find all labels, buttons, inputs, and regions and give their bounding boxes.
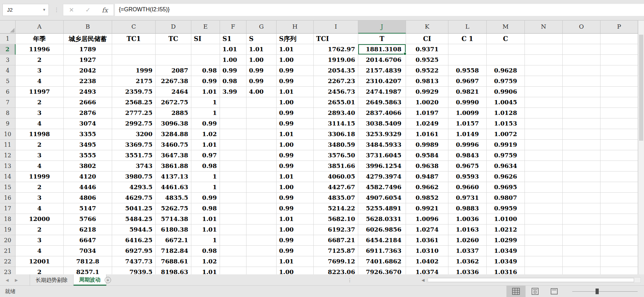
cell-L15[interactable]: 0.9660: [448, 182, 487, 193]
cell-L1[interactable]: C 1: [448, 34, 487, 44]
column-header-B[interactable]: B: [64, 21, 112, 34]
sheet-tab-2[interactable]: 周期波动: [74, 274, 106, 286]
cell-G22[interactable]: [246, 256, 277, 267]
column-header-P[interactable]: P: [601, 21, 638, 34]
cell-N17[interactable]: [525, 203, 563, 214]
cell-M16[interactable]: 0.9807: [487, 193, 525, 203]
cell-G3[interactable]: 1.00: [246, 55, 277, 65]
cell-B1[interactable]: 城乡居民储蓄: [64, 34, 112, 44]
cell-M22[interactable]: 1.0349: [487, 256, 525, 267]
cell-G9[interactable]: [246, 118, 277, 129]
cell-N21[interactable]: [525, 246, 563, 256]
cell-B21[interactable]: 7034: [64, 246, 112, 256]
cell-J15[interactable]: 4582.7496: [358, 182, 406, 193]
row-header-17[interactable]: 17: [0, 203, 16, 214]
cell-J8[interactable]: 2837.4066: [358, 108, 406, 118]
cell-A12[interactable]: 3: [16, 150, 64, 161]
cell-B15[interactable]: 4446: [64, 182, 112, 193]
cell-C4[interactable]: 1999: [112, 65, 156, 76]
cell-O14[interactable]: [563, 171, 601, 182]
cell-F21[interactable]: [220, 246, 246, 256]
cell-H15[interactable]: 1.00: [277, 182, 314, 193]
cell-O15[interactable]: [563, 182, 601, 193]
cell-J10[interactable]: 3253.9329: [358, 129, 406, 140]
cell-B11[interactable]: 3495: [64, 140, 112, 150]
cell-A21[interactable]: 4: [16, 246, 64, 256]
cell-D22[interactable]: 7688.61: [156, 256, 191, 267]
cell-E23[interactable]: 1.01: [191, 267, 220, 274]
cell-C2[interactable]: [112, 44, 156, 55]
enter-icon[interactable]: ✓: [86, 6, 91, 14]
cell-O23[interactable]: [563, 267, 601, 274]
cell-A7[interactable]: 2: [16, 97, 64, 108]
cell-N6[interactable]: [525, 87, 563, 97]
cell-K2[interactable]: 0.9371: [406, 44, 448, 55]
cell-O21[interactable]: [563, 246, 601, 256]
cell-K13[interactable]: 0.9638: [406, 161, 448, 171]
cell-E19[interactable]: 1.01: [191, 225, 220, 235]
cell-H13[interactable]: 0.99: [277, 161, 314, 171]
cell-I15[interactable]: 4427.67: [314, 182, 358, 193]
cell-C23[interactable]: 7939.5: [112, 267, 156, 274]
cell-E11[interactable]: 1.01: [191, 140, 220, 150]
cell-K16[interactable]: 0.9852: [406, 193, 448, 203]
cell-E21[interactable]: 0.98: [191, 246, 220, 256]
cell-J5[interactable]: 2310.4207: [358, 76, 406, 87]
cell-E5[interactable]: 0.99: [191, 76, 220, 87]
insert-function-icon[interactable]: fx: [102, 6, 108, 14]
cell-N4[interactable]: [525, 65, 563, 76]
cell-I9[interactable]: 3114.15: [314, 118, 358, 129]
cell-A19[interactable]: 2: [16, 225, 64, 235]
cell-A20[interactable]: 3: [16, 235, 64, 246]
cell-C16[interactable]: 4629.75: [112, 193, 156, 203]
cell-L20[interactable]: 1.0260: [448, 235, 487, 246]
cell-G1[interactable]: S: [246, 34, 277, 44]
cell-K8[interactable]: 1.0197: [406, 108, 448, 118]
cell-J23[interactable]: 7926.3670: [358, 267, 406, 274]
cell-E20[interactable]: 1: [191, 235, 220, 246]
cell-G8[interactable]: [246, 108, 277, 118]
cell-F13[interactable]: [220, 161, 246, 171]
cell-P1[interactable]: [601, 34, 638, 44]
cell-H1[interactable]: S序列: [277, 34, 314, 44]
name-box[interactable]: J2 ▼: [2, 4, 49, 16]
cell-D11[interactable]: 3460.75: [156, 140, 191, 150]
cell-F15[interactable]: [220, 182, 246, 193]
cell-J22[interactable]: 7401.6862: [358, 256, 406, 267]
cell-C11[interactable]: 3369.75: [112, 140, 156, 150]
cell-C13[interactable]: 3743: [112, 161, 156, 171]
cell-I14[interactable]: 4060.05: [314, 171, 358, 182]
cell-H19[interactable]: 1.00: [277, 225, 314, 235]
cell-C3[interactable]: [112, 55, 156, 65]
cell-G6[interactable]: 4.00: [246, 87, 277, 97]
cell-D16[interactable]: 4835.5: [156, 193, 191, 203]
cell-M23[interactable]: 1.0316: [487, 267, 525, 274]
cell-O6[interactable]: [563, 87, 601, 97]
cell-L2[interactable]: [448, 44, 487, 55]
add-sheet-button[interactable]: +: [105, 277, 111, 283]
cell-O22[interactable]: [563, 256, 601, 267]
cell-B23[interactable]: 8257.1: [64, 267, 112, 274]
cell-P11[interactable]: [601, 140, 638, 150]
cell-H6[interactable]: 1.01: [277, 87, 314, 97]
cell-E8[interactable]: 1: [191, 108, 220, 118]
cell-G17[interactable]: [246, 203, 277, 214]
cell-C15[interactable]: 4293.5: [112, 182, 156, 193]
cell-F10[interactable]: [220, 129, 246, 140]
cell-G2[interactable]: 1.01: [246, 44, 277, 55]
cell-K21[interactable]: 1.0310: [406, 246, 448, 256]
cell-L23[interactable]: 1.0336: [448, 267, 487, 274]
page-layout-view-button[interactable]: [526, 286, 545, 297]
cell-D1[interactable]: TC: [156, 34, 191, 44]
cell-I20[interactable]: 6687.21: [314, 235, 358, 246]
cell-C6[interactable]: 2359.75: [112, 87, 156, 97]
cell-L22[interactable]: 1.0362: [448, 256, 487, 267]
column-header-F[interactable]: F: [220, 21, 246, 34]
cell-J1[interactable]: T: [358, 34, 406, 44]
cell-H7[interactable]: 1.00: [277, 97, 314, 108]
cell-L16[interactable]: 0.9731: [448, 193, 487, 203]
cell-H23[interactable]: 1.00: [277, 267, 314, 274]
cell-E2[interactable]: [191, 44, 220, 55]
cell-A6[interactable]: 11997: [16, 87, 64, 97]
cell-N3[interactable]: [525, 55, 563, 65]
